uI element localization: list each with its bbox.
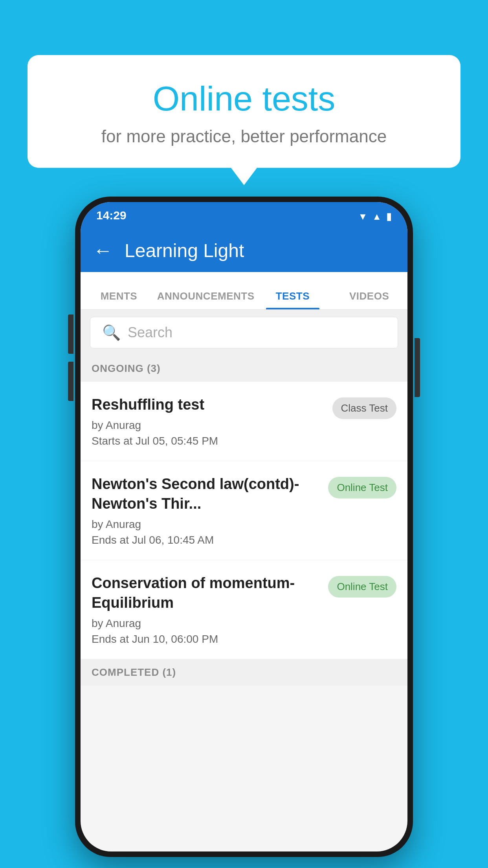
starts-label-reshuffling: Starts at <box>92 435 132 447</box>
search-bar-container: 🔍 Search <box>81 310 407 355</box>
wifi-icon <box>358 208 367 223</box>
ends-time-newtons: Jul 06, 10:45 AM <box>132 534 214 546</box>
side-button-vol-up <box>68 314 73 354</box>
tab-videos[interactable]: VIDEOS <box>331 290 407 309</box>
phone-frame: 14:29 ← Learning Light MENTS ANNOUNCEMEN… <box>75 197 413 857</box>
badge-online-test-conservation: Online Test <box>328 576 396 598</box>
side-button-power <box>415 338 420 397</box>
test-list: Reshuffling test by Anurag Starts at Jul… <box>81 382 407 659</box>
test-info-newtons: Newton's Second law(contd)-Newton's Thir… <box>92 474 328 546</box>
speech-bubble: Online tests for more practice, better p… <box>28 55 460 168</box>
status-time: 14:29 <box>96 209 127 222</box>
test-info-reshuffling: Reshuffling test by Anurag Starts at Jul… <box>92 395 332 447</box>
test-time-newtons: Ends at Jul 06, 10:45 AM <box>92 534 320 546</box>
status-bar: 14:29 <box>81 202 407 229</box>
signal-icon <box>372 208 382 223</box>
test-name-newtons: Newton's Second law(contd)-Newton's Thir… <box>92 474 320 513</box>
test-info-conservation: Conservation of momentum-Equilibrium by … <box>92 574 328 645</box>
ends-label-conservation: Ends at <box>92 633 129 645</box>
completed-section-header: COMPLETED (1) <box>81 659 407 686</box>
badge-online-test-newtons: Online Test <box>328 477 396 498</box>
phone-screen: 14:29 ← Learning Light MENTS ANNOUNCEMEN… <box>81 202 407 851</box>
test-item-conservation[interactable]: Conservation of momentum-Equilibrium by … <box>81 560 407 659</box>
badge-class-test-reshuffling: Class Test <box>332 397 396 419</box>
starts-time-reshuffling: Jul 05, 05:45 PM <box>136 435 218 447</box>
test-time-conservation: Ends at Jun 10, 06:00 PM <box>92 633 320 645</box>
ongoing-section-header: ONGOING (3) <box>81 355 407 382</box>
speech-bubble-container: Online tests for more practice, better p… <box>28 55 460 168</box>
search-input[interactable]: Search <box>128 324 172 341</box>
test-author-reshuffling: by Anurag <box>92 419 325 432</box>
search-bar[interactable]: 🔍 Search <box>90 317 398 348</box>
tab-announcements[interactable]: ANNOUNCEMENTS <box>157 290 255 309</box>
status-icons <box>358 208 392 223</box>
tab-ments[interactable]: MENTS <box>81 290 157 309</box>
side-button-vol-down <box>68 362 73 401</box>
test-item-reshuffling[interactable]: Reshuffling test by Anurag Starts at Jul… <box>81 382 407 461</box>
ends-label-newtons: Ends at <box>92 534 129 546</box>
tab-bar: MENTS ANNOUNCEMENTS TESTS VIDEOS <box>81 272 407 310</box>
test-name-conservation: Conservation of momentum-Equilibrium <box>92 574 320 612</box>
ends-time-conservation: Jun 10, 06:00 PM <box>132 633 218 645</box>
test-author-conservation: by Anurag <box>92 617 320 630</box>
test-name-reshuffling: Reshuffling test <box>92 395 325 414</box>
bubble-title: Online tests <box>51 79 437 119</box>
app-bar: ← Learning Light <box>81 229 407 272</box>
search-icon: 🔍 <box>102 324 121 341</box>
tab-tests[interactable]: TESTS <box>254 290 331 309</box>
battery-icon <box>386 208 392 223</box>
app-title: Learning Light <box>125 240 244 261</box>
back-button[interactable]: ← <box>93 239 113 262</box>
test-time-reshuffling: Starts at Jul 05, 05:45 PM <box>92 435 325 447</box>
bubble-subtitle: for more practice, better performance <box>51 127 437 146</box>
test-item-newtons[interactable]: Newton's Second law(contd)-Newton's Thir… <box>81 461 407 560</box>
test-author-newtons: by Anurag <box>92 518 320 531</box>
